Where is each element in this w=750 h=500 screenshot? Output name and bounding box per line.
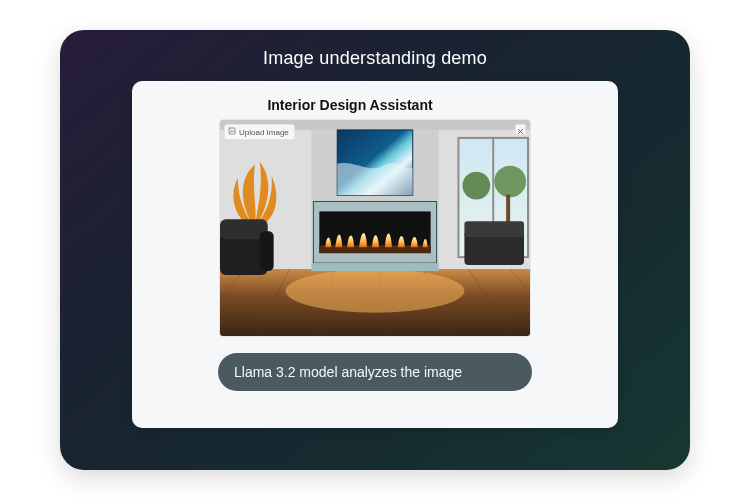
upload-icon (228, 127, 236, 137)
caption-text: Llama 3.2 model analyzes the image (234, 364, 462, 380)
svg-rect-28 (311, 263, 438, 271)
svg-point-10 (286, 269, 465, 313)
close-icon (517, 121, 524, 139)
svg-point-14 (494, 166, 526, 198)
upload-label: Upload Image (239, 128, 289, 137)
svg-rect-21 (260, 231, 274, 271)
app-title: Interior Design Assistant (267, 97, 432, 113)
demo-inner-card: Interior Design Assistant (132, 81, 618, 428)
demo-outer-card: Image understanding demo Interior Design… (60, 30, 690, 470)
page-title: Image understanding demo (263, 48, 487, 69)
svg-rect-15 (506, 195, 510, 225)
svg-rect-17 (464, 221, 524, 237)
svg-point-30 (230, 129, 231, 130)
caption-pill: Llama 3.2 model analyzes the image (218, 353, 532, 391)
interior-scene-illustration (220, 120, 530, 337)
stage: Image understanding demo Interior Design… (0, 0, 750, 500)
upload-image-button[interactable]: Upload Image (224, 124, 295, 140)
svg-point-13 (462, 172, 490, 200)
demo-image: Upload Image (219, 119, 531, 337)
close-image-button[interactable] (515, 124, 526, 135)
